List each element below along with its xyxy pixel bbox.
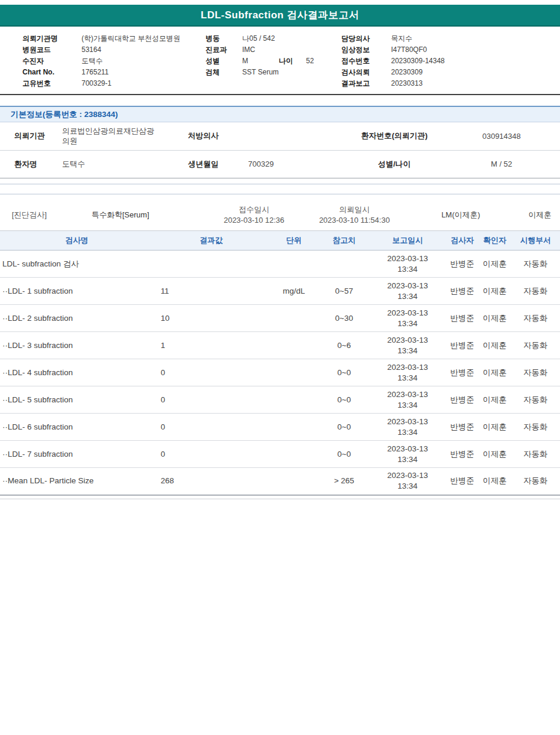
header-column-right: 담당의사 목지수 임상정보 I47T80QF0 접수번호 20230309-14… bbox=[341, 34, 560, 88]
result-row: ··LDL- 3 subfraction 1 0~6 2023-03-13 13… bbox=[0, 332, 560, 359]
test-result bbox=[154, 251, 269, 278]
patient-header-info: 의뢰기관명 (학)가톨릭대학교 부천성모병원 병원코드 53164 수진자 도택… bbox=[0, 27, 560, 95]
header-column-middle: 병동 나05 / 542 진료과 IMC 성별 M 나이 52 검체 SST S… bbox=[206, 34, 341, 88]
meta-confirmer: 이제훈 bbox=[520, 210, 560, 220]
test-ref: > 265 bbox=[319, 468, 369, 495]
field-label: 성별/나이 bbox=[346, 150, 443, 178]
confirmer-name: 이제훈 bbox=[478, 386, 511, 414]
test-unit bbox=[269, 441, 319, 468]
request-datetime: 2023-03-10 11:54:30 bbox=[307, 215, 402, 226]
test-name: ··LDL- 4 subfraction bbox=[0, 359, 154, 386]
test-name: ··LDL- 7 subfraction bbox=[0, 441, 154, 468]
receipt-datetime: 2023-03-10 12:36 bbox=[201, 215, 307, 226]
dept-name: 자동화 bbox=[511, 441, 560, 468]
report-time: 13:34 bbox=[369, 427, 446, 438]
test-ref: 0~0 bbox=[319, 441, 369, 468]
test-name: ··LDL- 1 subfraction bbox=[0, 278, 154, 305]
header-field: 병동 나05 / 542 bbox=[206, 34, 341, 43]
dept-name: 자동화 bbox=[511, 468, 560, 495]
col-header-confirmer: 확인자 bbox=[478, 231, 511, 251]
request-label: 의뢰일시 bbox=[307, 204, 402, 215]
field-label: 병동 bbox=[206, 34, 242, 43]
header-field: 고유번호 700329-1 bbox=[22, 79, 206, 88]
confirmer-name: 이제훈 bbox=[478, 251, 511, 278]
confirmer-name: 이제훈 bbox=[478, 468, 511, 495]
field-value: 나05 / 542 bbox=[242, 34, 275, 43]
test-name: ··LDL- 2 subfraction bbox=[0, 305, 154, 332]
header-field: 성별 M 나이 52 bbox=[206, 56, 341, 66]
dept-name: 자동화 bbox=[511, 251, 560, 278]
field-label: 의뢰기관명 bbox=[22, 34, 82, 43]
receipt-datetime-block: 접수일시 2023-03-10 12:36 bbox=[201, 204, 307, 226]
test-name: ··Mean LDL- Particle Size bbox=[0, 468, 154, 495]
report-date: 2023-03-13 bbox=[369, 253, 446, 264]
report-time: 13:34 bbox=[369, 400, 446, 411]
test-unit: mg/dL bbox=[269, 278, 319, 305]
dept-name: 자동화 bbox=[511, 386, 560, 414]
report-datetime: 2023-03-13 13:34 bbox=[369, 359, 446, 386]
field-value: 목지수 bbox=[391, 34, 412, 43]
field-value: 20230309 bbox=[391, 67, 422, 77]
report-date: 2023-03-13 bbox=[369, 281, 446, 291]
field-value: 20230313 bbox=[391, 79, 422, 88]
field-label: 수진자 bbox=[22, 56, 82, 66]
report-date: 2023-03-13 bbox=[369, 470, 446, 481]
result-row: ··LDL- 7 subfraction 0 0~0 2023-03-13 13… bbox=[0, 441, 560, 468]
field-value: I47T80QF0 bbox=[391, 45, 427, 54]
report-datetime: 2023-03-13 13:34 bbox=[369, 278, 446, 305]
test-name: ··LDL- 3 subfraction bbox=[0, 332, 154, 359]
tester-name: 반병준 bbox=[446, 305, 478, 332]
field-label: 진료과 bbox=[206, 45, 242, 54]
field-label: 고유번호 bbox=[22, 79, 82, 88]
field-label: 생년월일 bbox=[174, 150, 239, 178]
header-field: 검체 SST Serum bbox=[206, 67, 341, 77]
field-value: 의료법인삼광의료재단삼광의원 bbox=[59, 122, 174, 150]
result-row: ··Mean LDL- Particle Size 268 > 265 2023… bbox=[0, 468, 560, 495]
col-header-unit: 단위 bbox=[269, 231, 319, 251]
test-ref: 0~6 bbox=[319, 332, 369, 359]
field-value: 1765211 bbox=[82, 67, 109, 77]
field-value: IMC bbox=[242, 45, 255, 54]
field-value: 700329 bbox=[239, 150, 346, 178]
test-result: 11 bbox=[154, 278, 269, 305]
field-value: 030914348 bbox=[443, 122, 560, 150]
report-datetime: 2023-03-13 13:34 bbox=[369, 386, 446, 414]
confirmer-name: 이제훈 bbox=[478, 359, 511, 386]
field-value: 52 bbox=[306, 56, 314, 66]
header-field: 의뢰기관명 (학)가톨릭대학교 부천성모병원 bbox=[22, 34, 206, 43]
test-unit bbox=[269, 332, 319, 359]
col-header-ref: 참고치 bbox=[319, 231, 369, 251]
col-header-name: 검사명 bbox=[0, 231, 154, 251]
report-time: 13:34 bbox=[369, 318, 446, 329]
col-header-dept: 시행부서 bbox=[511, 231, 560, 251]
receipt-label: 접수일시 bbox=[201, 204, 307, 215]
tester-name: 반병준 bbox=[446, 359, 478, 386]
results-table: 검사명 결과값 단위 참고치 보고일시 검사자 확인자 시행부서 LDL- su… bbox=[0, 231, 560, 496]
test-result: 0 bbox=[154, 414, 269, 441]
field-value: 20230309-14348 bbox=[391, 56, 445, 66]
test-category: [진단검사] bbox=[0, 210, 92, 220]
dept-name: 자동화 bbox=[511, 278, 560, 305]
test-result: 268 bbox=[154, 468, 269, 495]
dept-name: 자동화 bbox=[511, 305, 560, 332]
test-unit bbox=[269, 414, 319, 441]
report-time: 13:34 bbox=[369, 481, 446, 492]
field-value: 700329-1 bbox=[82, 79, 112, 88]
test-name: LDL- subfraction 검사 bbox=[0, 251, 154, 278]
test-unit bbox=[269, 386, 319, 414]
report-time: 13:34 bbox=[369, 291, 446, 302]
header-column-left: 의뢰기관명 (학)가톨릭대학교 부천성모병원 병원코드 53164 수진자 도택… bbox=[22, 34, 206, 88]
test-ref bbox=[319, 251, 369, 278]
header-field: Chart No. 1765211 bbox=[22, 67, 206, 77]
header-field: 진료과 IMC bbox=[206, 45, 341, 54]
test-result: 10 bbox=[154, 305, 269, 332]
request-datetime-block: 의뢰일시 2023-03-10 11:54:30 bbox=[307, 204, 402, 226]
dept-name: 자동화 bbox=[511, 359, 560, 386]
field-value bbox=[239, 122, 346, 150]
test-type: 특수화학[Serum] bbox=[92, 210, 201, 220]
field-label: Chart No. bbox=[22, 67, 82, 77]
test-unit bbox=[269, 251, 319, 278]
test-ref: 0~0 bbox=[319, 414, 369, 441]
report-date: 2023-03-13 bbox=[369, 362, 446, 373]
test-unit bbox=[269, 359, 319, 386]
